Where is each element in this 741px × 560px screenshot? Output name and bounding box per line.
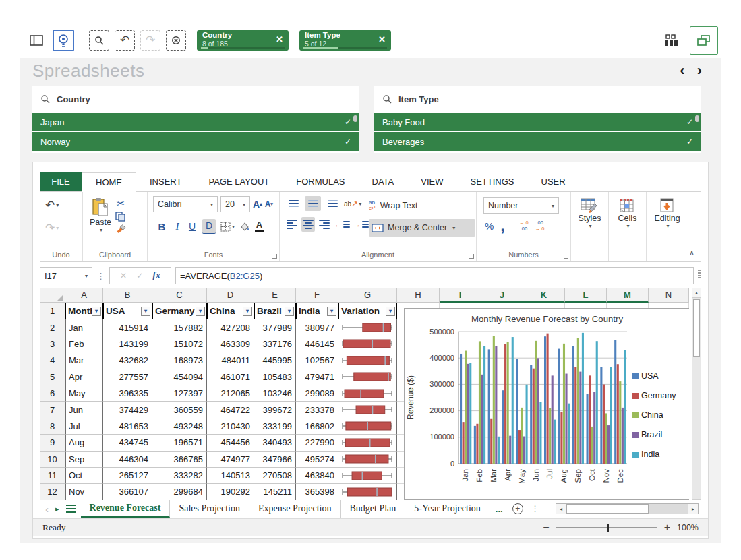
sheet-tab-5-year-projection[interactable]: 5-Year Projection: [405, 500, 490, 518]
number-format-select[interactable]: Number▾: [483, 197, 559, 214]
menu-tab-home[interactable]: HOME: [82, 172, 136, 192]
cell-value[interactable]: 461071: [207, 369, 254, 385]
table-header-germany[interactable]: Germany▾: [152, 303, 207, 319]
cell-value[interactable]: 227990: [296, 435, 338, 451]
filter-dropdown-icon[interactable]: ▾: [285, 307, 294, 316]
row-header-10[interactable]: 10: [40, 452, 65, 468]
wrap-text-button[interactable]: abc↵ Wrap Text: [369, 197, 475, 214]
tabs-next-button[interactable]: ▸: [55, 505, 59, 514]
cell-variation-sparkline[interactable]: [338, 452, 397, 468]
merge-center-button[interactable]: Merge & Center ▾: [369, 219, 475, 237]
underline-button[interactable]: U: [187, 221, 198, 232]
scrollbar-thumb[interactable]: [693, 299, 700, 357]
cell-variation-sparkline[interactable]: [338, 336, 397, 352]
column-header-d[interactable]: D: [207, 288, 254, 303]
filter-dropdown-icon[interactable]: ▾: [243, 307, 252, 316]
grid-view-button[interactable]: [660, 30, 682, 51]
cell-variation-sparkline[interactable]: [338, 402, 397, 418]
menu-tab-view[interactable]: VIEW: [407, 172, 456, 191]
cell-value[interactable]: 484011: [207, 352, 254, 369]
cell-value[interactable]: 380977: [296, 319, 338, 336]
decrease-font-button[interactable]: A▾: [265, 199, 273, 209]
menu-tab-formulas[interactable]: FORMULAS: [283, 172, 358, 191]
cell-value[interactable]: 464722: [207, 402, 254, 418]
cell-value[interactable]: 145211: [254, 484, 296, 500]
column-header-g[interactable]: G: [338, 288, 397, 303]
cell-value[interactable]: 102567: [296, 352, 338, 369]
row-header-9[interactable]: 9: [40, 435, 65, 451]
step-back-button[interactable]: ↶: [115, 30, 135, 51]
insert-function-button[interactable]: fx: [152, 270, 160, 281]
cell-value[interactable]: 396335: [103, 385, 152, 402]
table-header-variation[interactable]: Variation▾: [338, 303, 397, 319]
row-header-12[interactable]: 12: [40, 484, 65, 500]
filter-dropdown-icon[interactable]: ▾: [327, 307, 336, 316]
cell-value[interactable]: 212065: [207, 385, 254, 402]
bold-button[interactable]: B: [156, 221, 168, 232]
cell-month[interactable]: Jan: [65, 319, 103, 336]
table-header-usa[interactable]: USA▾: [103, 303, 152, 319]
select-all-corner[interactable]: [40, 288, 65, 303]
decrease-indent-button[interactable]: ←: [334, 220, 350, 228]
numbers-dialog-launcher[interactable]: [564, 254, 568, 259]
cell-month[interactable]: Apr: [65, 369, 103, 385]
copy-button[interactable]: [115, 212, 126, 222]
nav-panel-button[interactable]: [26, 30, 47, 51]
cell-value[interactable]: 140513: [207, 468, 254, 484]
formula-input[interactable]: =AVERAGE(B2:G25): [175, 267, 694, 284]
editing-button[interactable]: Editing ▾: [654, 196, 680, 229]
cell-month[interactable]: Aug: [65, 435, 103, 451]
cell-month[interactable]: May: [65, 385, 103, 402]
sheet-tab-sales-projection[interactable]: Sales Projection: [170, 500, 249, 518]
zoom-slider-thumb[interactable]: [607, 524, 609, 532]
cell-variation-sparkline[interactable]: [338, 468, 397, 484]
filter-dropdown-icon[interactable]: ▾: [196, 307, 205, 316]
cell-value[interactable]: 151072: [152, 336, 207, 352]
cell-value[interactable]: 463840: [296, 468, 338, 484]
align-left-button[interactable]: [285, 217, 298, 232]
alignment-dialog-launcher[interactable]: [469, 254, 474, 259]
orientation-button[interactable]: ab↗▾: [344, 199, 361, 208]
column-header-f[interactable]: F: [296, 288, 338, 303]
scroll-left-icon[interactable]: ◂: [556, 503, 566, 514]
add-sheet-button[interactable]: +: [512, 503, 523, 514]
cell-value[interactable]: 103246: [254, 385, 296, 402]
cell-variation-sparkline[interactable]: [338, 484, 397, 500]
insight-advisor-button[interactable]: [53, 30, 74, 51]
column-header-l[interactable]: L: [565, 288, 607, 303]
sheet-tab-revenue-forecast[interactable]: Revenue Forecast: [81, 500, 171, 518]
cell-month[interactable]: Feb: [65, 336, 103, 352]
cell-value[interactable]: 166802: [296, 418, 338, 435]
filter-value-japan[interactable]: Japan✓: [32, 113, 359, 131]
embedded-chart[interactable]: Monthly Revenue Forecast by Country01000…: [404, 308, 689, 500]
selection-chip-item-type[interactable]: Item Type 5 of 12 ✕: [299, 30, 391, 51]
cell-value[interactable]: 233378: [296, 402, 338, 418]
column-header-b[interactable]: B: [103, 288, 152, 303]
cell-value[interactable]: 265127: [103, 468, 152, 484]
search-icon[interactable]: [40, 94, 50, 104]
cell-month[interactable]: Sep: [65, 452, 103, 468]
cell-value[interactable]: 493248: [152, 418, 207, 435]
column-header-j[interactable]: J: [481, 288, 523, 303]
scroll-right-icon[interactable]: ▸: [688, 503, 699, 514]
cell-value[interactable]: 333282: [152, 468, 207, 484]
row-header-4[interactable]: 4: [40, 352, 65, 369]
cell-value[interactable]: 481653: [103, 418, 152, 435]
more-sheets-button[interactable]: ...: [490, 504, 508, 514]
cell-month[interactable]: Nov: [65, 484, 103, 500]
sheets-menu-button[interactable]: [66, 505, 76, 514]
cell-value[interactable]: 374429: [103, 402, 152, 418]
cell-value[interactable]: 366107: [103, 484, 152, 500]
font-color-button[interactable]: A: [255, 220, 264, 232]
row-header-11[interactable]: 11: [40, 468, 65, 484]
search-icon[interactable]: [382, 94, 392, 104]
align-middle-button[interactable]: [305, 196, 321, 211]
column-header-m[interactable]: M: [607, 288, 649, 303]
cell-value[interactable]: 427208: [207, 319, 254, 336]
row-header-1[interactable]: 1: [40, 303, 65, 319]
column-header-a[interactable]: A: [65, 288, 103, 303]
cell-value[interactable]: 463309: [207, 336, 254, 352]
cell-value[interactable]: 143199: [103, 336, 152, 352]
chip-close-icon[interactable]: ✕: [272, 34, 283, 44]
vertical-scrollbar[interactable]: ▴: [692, 288, 701, 500]
